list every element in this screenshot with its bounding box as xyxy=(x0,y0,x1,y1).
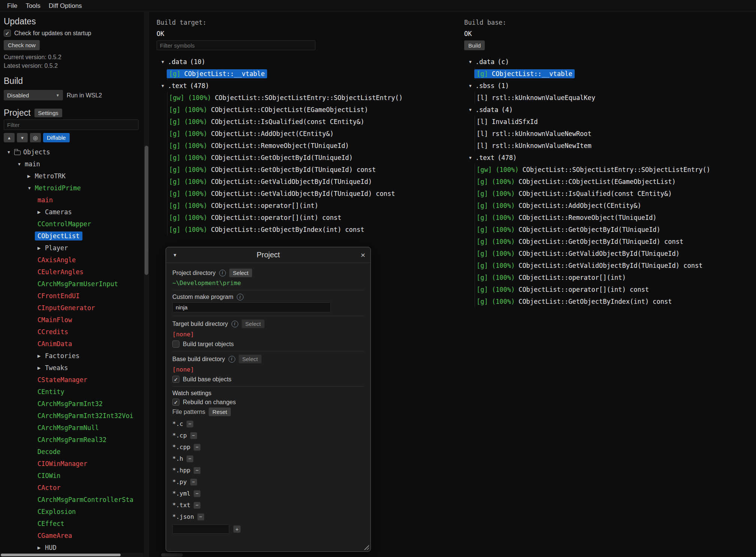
tree-expand-icon[interactable]: ▶ xyxy=(37,366,42,370)
tree-row[interactable]: CObjectList xyxy=(4,230,143,242)
section-header[interactable]: ▼ .sdata (4) xyxy=(464,104,756,116)
symbol-row[interactable]: [g] (100%) CObjectList::GetObjectByIndex… xyxy=(169,224,461,236)
base-directory-select-button[interactable]: Select xyxy=(239,355,262,363)
locate-object-button[interactable]: ◎ xyxy=(30,133,41,142)
tree-row[interactable]: CIOWinManager xyxy=(4,458,143,470)
symbol-row[interactable]: [g] (100%) CObjectList::GetValidObjectBy… xyxy=(169,176,461,188)
section-header[interactable]: ▼ .sbss (1) xyxy=(464,80,756,92)
remove-pattern-button[interactable]: − xyxy=(190,432,197,439)
tree-row[interactable]: CControlMapper xyxy=(4,218,143,230)
tree-row[interactable]: CGameArea xyxy=(4,530,143,542)
symbol-row[interactable]: [g] (100%) CObjectList::GetValidObjectBy… xyxy=(169,188,461,200)
symbol-row[interactable]: [g] (100%) CObjectList::CObjectList(EGam… xyxy=(169,104,461,116)
symbol-row[interactable]: [g] (100%) CObjectList::AddObject(CEntit… xyxy=(477,200,756,212)
new-pattern-input[interactable] xyxy=(172,524,229,534)
tree-row[interactable]: CArchMsgParmUserInput xyxy=(4,278,143,290)
build-button[interactable]: Build xyxy=(464,40,485,50)
symbol-row[interactable]: [g] CObjectList::__vtable xyxy=(169,68,461,80)
symbol-row[interactable]: [gw] (100%) CObjectList::SObjectListEntr… xyxy=(477,164,756,176)
remove-pattern-button[interactable]: − xyxy=(194,490,200,497)
tree-row[interactable]: Decode xyxy=(4,446,143,458)
symbol-row[interactable]: [g] CObjectList::__vtable xyxy=(477,68,756,80)
remove-pattern-button[interactable]: − xyxy=(190,479,197,485)
symbol-row[interactable]: [g] (100%) CObjectList::IsQualified(cons… xyxy=(477,188,756,200)
check-now-button[interactable]: Check now xyxy=(4,40,40,50)
target-directory-select-button[interactable]: Select xyxy=(242,320,265,328)
tree-row[interactable]: CStateManager xyxy=(4,374,143,386)
menu-item[interactable]: File xyxy=(3,1,21,11)
tree-row[interactable]: CArchMsgParmInt32 xyxy=(4,398,143,410)
project-settings-button[interactable]: Settings xyxy=(34,109,62,117)
tree-row[interactable]: CAxisAngle xyxy=(4,254,143,266)
tree-row[interactable]: ▶ HUD xyxy=(4,542,143,554)
remove-pattern-button[interactable]: − xyxy=(194,444,200,451)
symbol-row[interactable]: [l] rstl::kUnknownValueEqualKey xyxy=(477,92,756,104)
tree-expand-icon[interactable]: ▶ xyxy=(27,174,32,179)
tree-expand-icon[interactable]: ▼ xyxy=(17,162,22,166)
custom-make-input[interactable] xyxy=(172,302,331,312)
tree-row[interactable]: main xyxy=(4,194,143,206)
section-header[interactable]: ▼ .data (c) xyxy=(464,56,756,68)
tree-row[interactable]: ▼ main xyxy=(4,158,143,170)
symbol-row[interactable]: [g] (100%) CObjectList::operator[](int) … xyxy=(477,284,756,296)
sidebar-vertical-scrollbar-thumb[interactable] xyxy=(145,146,148,275)
remove-pattern-button[interactable]: − xyxy=(187,421,193,427)
symbols-horizontal-scrollbar-thumb[interactable] xyxy=(161,553,183,557)
tree-row[interactable]: CArchMsgParmControllerSta xyxy=(4,494,143,506)
build-target-objects-checkbox-row[interactable]: Build target objects xyxy=(172,340,364,348)
tree-row[interactable]: CActor xyxy=(4,482,143,494)
symbol-row[interactable]: [g] (100%) CObjectList::operator[](int) xyxy=(477,272,756,284)
section-header[interactable]: ▼ .text (478) xyxy=(464,152,756,164)
reset-patterns-button[interactable]: Reset xyxy=(209,408,231,416)
tree-row[interactable]: CEffect xyxy=(4,518,143,530)
symbol-row[interactable]: [g] (100%) CObjectList::AddObject(CEntit… xyxy=(169,128,461,140)
add-pattern-button[interactable]: + xyxy=(233,526,241,533)
section-header[interactable]: ▼ .text (478) xyxy=(157,80,461,92)
tree-row[interactable]: CCredits xyxy=(4,326,143,338)
sidebar-horizontal-scrollbar-thumb[interactable] xyxy=(1,554,121,556)
dialog-resize-handle[interactable] xyxy=(363,544,369,550)
project-directory-select-button[interactable]: Select xyxy=(229,269,252,277)
dialog-collapse-icon[interactable]: ▼ xyxy=(173,247,177,263)
check-updates-checkbox-row[interactable]: ✓ Check for updates on startup xyxy=(4,30,143,37)
tree-row[interactable]: ▶ Cameras xyxy=(4,206,143,218)
remove-pattern-button[interactable]: − xyxy=(194,502,200,509)
symbol-row[interactable]: [g] (100%) CObjectList::operator[](int) xyxy=(169,200,461,212)
filter-symbols-input[interactable] xyxy=(157,40,315,50)
remove-pattern-button[interactable]: − xyxy=(197,514,204,520)
tree-row[interactable]: ▶ Factories xyxy=(4,350,143,362)
symbol-row[interactable]: [l] rstl::kUnknownValueNewRoot xyxy=(477,128,756,140)
tree-expand-icon[interactable]: ▶ xyxy=(37,354,42,358)
symbol-row[interactable]: [g] (100%) CObjectList::GetObjectByIndex… xyxy=(477,296,756,308)
rebuild-on-changes-checkbox-row[interactable]: ✓ Rebuild on changes xyxy=(172,399,364,406)
symbol-row[interactable]: [g] (100%) CObjectList::RemoveObject(TUn… xyxy=(477,212,756,224)
diffable-filter-badge[interactable]: Diffable xyxy=(43,133,70,142)
menu-item[interactable]: Diff Options xyxy=(45,1,86,11)
tree-row[interactable]: CIOWin xyxy=(4,470,143,482)
symbol-row[interactable]: [g] (100%) CObjectList::RemoveObject(TUn… xyxy=(169,140,461,152)
symbol-row[interactable]: [g] (100%) CObjectList::CObjectList(EGam… xyxy=(477,176,756,188)
tree-row[interactable]: CEulerAngles xyxy=(4,266,143,278)
tree-row[interactable]: CInputGenerator xyxy=(4,302,143,314)
tree-expand-icon[interactable]: ▶ xyxy=(37,246,42,251)
symbol-row[interactable]: [g] (100%) CObjectList::operator[](int) … xyxy=(169,212,461,224)
tree-expand-icon[interactable]: ▼ xyxy=(27,186,32,190)
symbol-row[interactable]: [g] (100%) CObjectList::GetObjectById(TU… xyxy=(169,164,461,176)
symbol-row[interactable]: [g] (100%) CObjectList::GetObjectById(TU… xyxy=(477,236,756,248)
collapse-all-button[interactable]: ▲ xyxy=(4,133,15,142)
build-base-objects-checkbox-row[interactable]: ✓ Build base objects xyxy=(172,376,364,383)
symbol-row[interactable]: [g] (100%) CObjectList::GetValidObjectBy… xyxy=(477,260,756,272)
tree-expand-icon[interactable]: ▼ xyxy=(7,150,12,154)
close-icon[interactable]: × xyxy=(361,247,365,263)
tree-row[interactable]: CExplosion xyxy=(4,506,143,518)
tree-row[interactable]: ▶ MetroTRK xyxy=(4,170,143,182)
tree-expand-icon[interactable]: ▶ xyxy=(37,545,42,550)
tree-row[interactable]: CArchMsgParmReal32 xyxy=(4,434,143,446)
section-header[interactable]: ▼ .data (10) xyxy=(157,56,461,68)
build-mode-dropdown[interactable]: Disabled ▼ xyxy=(4,90,63,100)
menu-item[interactable]: Tools xyxy=(21,1,45,11)
tree-row[interactable]: CFrontEndUI xyxy=(4,290,143,302)
tree-row[interactable]: CEntity xyxy=(4,386,143,398)
tree-row[interactable]: ▶ Tweaks xyxy=(4,362,143,374)
symbol-row[interactable]: [g] (100%) CObjectList::GetObjectById(TU… xyxy=(169,152,461,164)
